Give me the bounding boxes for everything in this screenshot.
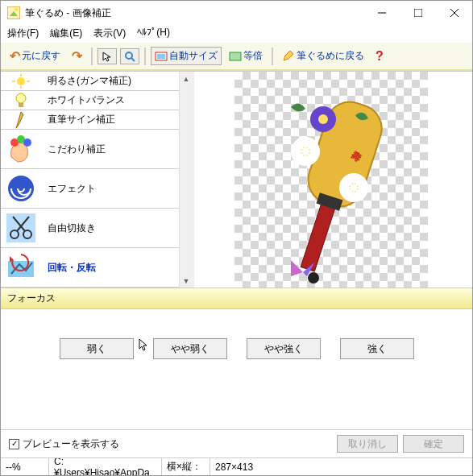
bulb-icon — [14, 93, 28, 109]
scroll-up-icon[interactable]: ▲ — [180, 72, 193, 85]
svg-rect-10 — [230, 52, 241, 60]
bottom-row: プレビューを表示する 取り消し 確定 — [1, 430, 472, 457]
actualsize-icon — [229, 51, 242, 62]
pen-icon — [14, 112, 28, 128]
menu-bar: 操作(F) 編集(E) 表示(V) ﾍﾙﾌﾟ(H) — [1, 25, 472, 43]
sidebar-item-advanced[interactable]: こだわり補正 — [1, 130, 193, 169]
magnifier-icon — [124, 51, 135, 62]
svg-point-20 — [23, 139, 31, 147]
back-label: 筆ぐるめに戻る — [297, 49, 364, 63]
svg-rect-3 — [414, 9, 422, 17]
sidebar-item-label: こだわり補正 — [41, 143, 193, 156]
actualsize-button[interactable]: 等倍 — [225, 47, 267, 65]
svg-point-11 — [17, 77, 25, 85]
correction-list: 明るさ(ガンマ補正) ホワイトバランス 直筆サイン補正 こだわり補正 エフェクト… — [1, 72, 193, 288]
svg-line-7 — [131, 58, 135, 61]
sidebar-item-label: ホワイトバランス — [41, 93, 193, 107]
menu-view[interactable]: 表示(V) — [93, 27, 126, 40]
svg-rect-22 — [6, 213, 35, 242]
sidebar-item-label: 回転・反転 — [41, 261, 193, 275]
rotate-icon — [5, 251, 37, 284]
scroll-down-icon[interactable]: ▼ — [180, 274, 193, 288]
sidebar-item-freeclip[interactable]: 自由切抜き — [1, 209, 193, 248]
menu-edit[interactable]: 編集(E) — [50, 27, 82, 40]
pointer-tool[interactable] — [98, 48, 117, 64]
window-title: 筆ぐるめ - 画像補正 — [25, 6, 363, 20]
status-dims-label: 横×縦： — [162, 458, 210, 475]
option-weak[interactable]: 弱く — [60, 338, 134, 359]
autosize-label: 自動サイズ — [169, 49, 218, 63]
ok-button[interactable]: 確定 — [403, 435, 464, 453]
cancel-label: 取り消し — [348, 437, 387, 451]
sidebar-item-label: エフェクト — [41, 182, 193, 196]
help-button[interactable]: ? — [371, 47, 388, 66]
sidebar-item-rotate[interactable]: 回転・反転 — [1, 248, 193, 288]
option-slightly-strong[interactable]: やや強く — [247, 338, 321, 359]
close-button[interactable] — [436, 2, 472, 24]
app-icon — [7, 6, 20, 19]
option-strong[interactable]: 強く — [340, 338, 414, 359]
undo-arrow-icon: ↶ — [10, 48, 20, 64]
hand-icon — [5, 133, 37, 165]
menu-help[interactable]: ﾍﾙﾌﾟ(H) — [137, 27, 170, 40]
option-label: やや弱く — [171, 342, 210, 356]
actualsize-label: 等倍 — [243, 49, 263, 63]
section-header: フォーカス — [1, 288, 472, 309]
sidebar-item-whitebalance[interactable]: ホワイトバランス — [1, 91, 193, 110]
autosize-icon — [155, 51, 168, 62]
option-label: 強く — [367, 342, 387, 356]
pencil-icon — [282, 51, 295, 62]
sidebar-scrollbar[interactable]: ▲ ▼ — [179, 72, 193, 288]
scissors-icon — [5, 212, 37, 244]
svg-point-35 — [318, 114, 328, 124]
svg-rect-17 — [19, 103, 23, 107]
redo-button[interactable]: ↷ — [68, 46, 86, 66]
minimize-button[interactable] — [363, 2, 400, 24]
options-panel: 弱く やや弱く やや強く 強く — [1, 309, 472, 430]
redo-arrow-icon: ↷ — [72, 48, 82, 64]
title-bar: 筆ぐるめ - 画像補正 — [1, 1, 472, 25]
sidebar-item-gamma[interactable]: 明るさ(ガンマ補正) — [1, 72, 193, 91]
svg-point-16 — [16, 93, 26, 103]
status-dims-value: 287×413 — [210, 458, 258, 475]
autosize-button[interactable]: 自動サイズ — [151, 47, 222, 65]
undo-button[interactable]: ↶ 元に戻す — [6, 46, 64, 66]
swirl-icon — [5, 172, 37, 205]
zoom-tool[interactable] — [120, 48, 139, 64]
preview-image: 壽 — [243, 75, 420, 288]
undo-label: 元に戻す — [22, 49, 60, 63]
window-controls — [363, 2, 472, 24]
svg-point-6 — [126, 52, 132, 59]
sidebar-item-effect[interactable]: エフェクト — [1, 169, 193, 209]
sidebar-item-label: 明るさ(ガンマ補正) — [41, 74, 193, 88]
option-slightly-weak[interactable]: やや弱く — [153, 338, 227, 359]
option-label: 弱く — [87, 342, 106, 356]
section-title: フォーカス — [7, 292, 56, 304]
menu-file[interactable]: 操作(F) — [7, 27, 39, 40]
sidebar-item-handwriting[interactable]: 直筆サイン補正 — [1, 110, 193, 130]
help-icon: ? — [375, 49, 384, 64]
sidebar: 明るさ(ガンマ補正) ホワイトバランス 直筆サイン補正 こだわり補正 エフェクト… — [1, 72, 194, 288]
status-bar: --% C:¥Users¥Hisao¥AppDa 横×縦： 287×413 — [1, 457, 472, 475]
pointer-icon — [102, 51, 113, 62]
svg-point-48 — [308, 272, 319, 284]
option-label: やや強く — [264, 342, 303, 356]
preview-checkbox[interactable] — [9, 439, 19, 449]
svg-point-1 — [15, 8, 18, 11]
status-path: C:¥Users¥Hisao¥AppDa — [49, 458, 162, 475]
svg-rect-9 — [157, 54, 165, 59]
cancel-button[interactable]: 取り消し — [337, 435, 398, 453]
status-zoom: --% — [1, 458, 49, 475]
back-button[interactable]: 筆ぐるめに戻る — [278, 47, 368, 65]
maximize-button[interactable] — [400, 2, 436, 24]
main-area: 明るさ(ガンマ補正) ホワイトバランス 直筆サイン補正 こだわり補正 エフェクト… — [1, 71, 472, 288]
sun-icon — [12, 74, 30, 89]
ok-label: 確定 — [424, 437, 443, 451]
sidebar-item-label: 自由切抜き — [41, 221, 193, 235]
svg-rect-31 — [301, 198, 337, 271]
sidebar-item-label: 直筆サイン補正 — [41, 113, 193, 126]
toolbar: ↶ 元に戻す ↷ 自動サイズ 等倍 筆ぐるめに戻る ? — [1, 43, 472, 71]
preview-checkbox-label: プレビューを表示する — [23, 437, 119, 451]
preview-pane: 壽 — [194, 72, 472, 288]
